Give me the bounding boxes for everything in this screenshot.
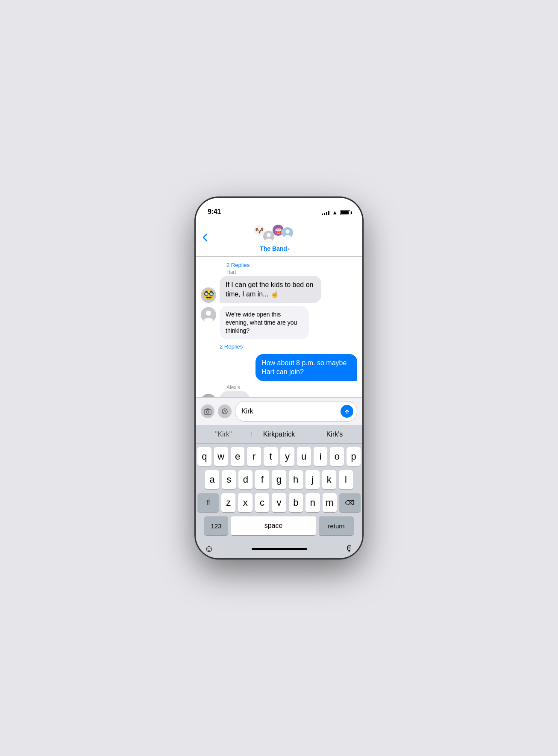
key-n[interactable]: n	[305, 493, 320, 512]
key-o[interactable]: o	[330, 447, 344, 466]
key-r[interactable]: r	[247, 447, 261, 466]
autocorrect-option-3[interactable]: Kirk's	[307, 431, 362, 438]
key-f[interactable]: f	[255, 470, 269, 489]
svg-point-1	[267, 233, 270, 237]
key-row-3: ⇧ z x c v b n m ⌫	[197, 493, 361, 512]
avatar-2	[201, 307, 216, 322]
svg-point-16	[206, 411, 209, 413]
key-u[interactable]: u	[297, 447, 311, 466]
avatar-4	[282, 227, 294, 239]
message-row-2-wrap: We're wide open this evening, what time …	[201, 306, 357, 351]
return-key[interactable]: return	[319, 516, 354, 535]
message-input-wrap: Kirk	[235, 401, 357, 422]
key-d[interactable]: d	[238, 470, 253, 489]
message-row-3: How about 8 p.m. so maybe Hart can join?	[201, 354, 357, 381]
key-row-1: q w e r t y u i o p	[197, 447, 361, 466]
key-g[interactable]: g	[272, 470, 286, 489]
autocorrect-option-2[interactable]: Kirkpatrick	[251, 431, 307, 438]
bubble-3: How about 8 p.m. so maybe Hart can join?	[256, 354, 357, 381]
signal-bars-icon	[322, 210, 329, 215]
autocorrect-bar: "Kirk" Kirkpatrick Kirk's	[196, 425, 362, 444]
chevron-right-icon: ›	[288, 246, 290, 252]
key-z[interactable]: z	[221, 493, 235, 512]
svg-rect-15	[204, 410, 211, 414]
status-icons: ▲	[322, 209, 350, 216]
key-w[interactable]: w	[214, 447, 228, 466]
delete-key[interactable]: ⌫	[339, 493, 361, 512]
key-row-2: a s d f g h j k l	[197, 470, 361, 489]
group-name[interactable]: The Band ›	[260, 245, 290, 252]
svg-point-9	[201, 394, 216, 397]
key-p[interactable]: p	[347, 447, 361, 466]
phone-device: 9:41 ▲	[196, 198, 362, 558]
home-indicator	[252, 548, 307, 550]
key-v[interactable]: v	[272, 493, 286, 512]
status-time: 9:41	[208, 208, 221, 216]
key-h[interactable]: h	[289, 470, 303, 489]
key-q[interactable]: q	[197, 447, 211, 466]
message-row-1: 🥸 If I can get the kids to bed on time, …	[201, 276, 357, 303]
key-s[interactable]: s	[222, 470, 236, 489]
key-e[interactable]: e	[231, 447, 245, 466]
key-m[interactable]: m	[323, 493, 337, 512]
phone-screen: 9:41 ▲	[196, 198, 362, 558]
key-x[interactable]: x	[238, 493, 252, 512]
key-c[interactable]: c	[255, 493, 269, 512]
wifi-icon: ▲	[332, 209, 338, 216]
input-bar: A Kirk	[196, 397, 362, 425]
chat-area: 2 Replies Hart 🥸 If I can get the kids t…	[196, 257, 362, 397]
message-input[interactable]: Kirk	[241, 407, 338, 415]
svg-point-4	[285, 230, 289, 234]
bubble-4: Work	[220, 391, 250, 397]
key-t[interactable]: t	[264, 447, 278, 466]
key-i[interactable]: i	[314, 447, 328, 466]
numbers-key[interactable]: 123	[204, 516, 228, 535]
svg-point-7	[206, 311, 211, 316]
sender-name-1: Hart	[226, 269, 357, 275]
battery-icon	[340, 210, 350, 215]
keyboard-bottom-bar: ☺ 🎙	[196, 539, 362, 558]
bubble-1: If I can get the kids to bed on time, I …	[220, 276, 321, 303]
svg-text:A: A	[223, 409, 226, 414]
camera-button[interactable]	[201, 404, 214, 418]
messages-header: 🐶 🥁	[196, 219, 362, 257]
keys-area: q w e r t y u i o p a s d	[196, 444, 362, 539]
key-row-4: 123 space return	[197, 516, 361, 535]
avatar-alexis	[201, 394, 216, 397]
emoji-button[interactable]: ☺	[204, 543, 214, 554]
back-button[interactable]	[203, 233, 208, 242]
message-row-4: Work	[201, 391, 357, 397]
mic-button[interactable]: 🎙	[345, 544, 354, 554]
replies-label-2[interactable]: 2 Replies	[220, 343, 357, 350]
keyboard: "Kirk" Kirkpatrick Kirk's q w e r	[196, 425, 362, 558]
replies-label-1[interactable]: 2 Replies	[201, 262, 357, 268]
message-row-2: We're wide open this evening, what time …	[201, 306, 357, 351]
shift-key[interactable]: ⇧	[197, 493, 219, 512]
apps-button[interactable]: A	[218, 404, 232, 418]
sender-name-4: Alexis	[226, 384, 357, 390]
autocorrect-option-1[interactable]: "Kirk"	[196, 431, 251, 438]
key-b[interactable]: b	[289, 493, 303, 512]
bubble-2: We're wide open this evening, what time …	[220, 306, 309, 339]
key-y[interactable]: y	[280, 447, 294, 466]
avatar-hart: 🥸	[201, 287, 216, 303]
key-j[interactable]: j	[305, 470, 320, 489]
key-l[interactable]: l	[339, 470, 353, 489]
send-button[interactable]	[341, 405, 353, 418]
status-bar: 9:41 ▲	[196, 198, 362, 219]
group-avatars: 🐶 🥁	[253, 223, 296, 244]
key-a[interactable]: a	[205, 470, 219, 489]
space-key[interactable]: space	[231, 516, 316, 535]
key-k[interactable]: k	[322, 470, 336, 489]
header-center: 🐶 🥁	[253, 223, 296, 252]
